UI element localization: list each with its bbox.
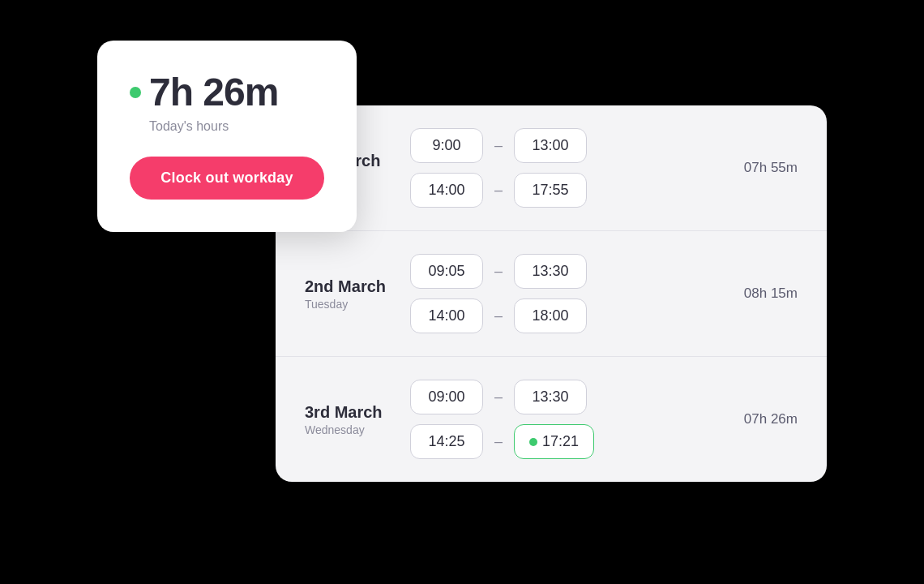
time-start-box[interactable]: 14:25 bbox=[410, 424, 483, 459]
time-slot-row: 09:05–13:30 bbox=[410, 254, 712, 289]
day-row: 1st MarchMonday9:00–13:0014:00–17:5507h … bbox=[276, 105, 827, 231]
day-info: 2nd MarchTuesday bbox=[305, 277, 410, 311]
time-start-box[interactable]: 9:00 bbox=[410, 128, 483, 163]
time-slot-row: 09:00–13:30 bbox=[410, 380, 712, 414]
time-end-box[interactable]: 13:30 bbox=[514, 254, 587, 289]
timesheet-panel: 1st MarchMonday9:00–13:0014:00–17:5507h … bbox=[276, 105, 827, 482]
time-slots: 09:00–13:3014:25–17:21 bbox=[410, 380, 712, 459]
clock-out-button[interactable]: Clock out workday bbox=[130, 157, 324, 200]
day-row: 2nd MarchTuesday09:05–13:3014:00–18:0008… bbox=[276, 231, 827, 357]
time-end-box[interactable]: 17:21 bbox=[514, 424, 594, 459]
time-slot-row: 14:25–17:21 bbox=[410, 424, 712, 459]
time-end-box[interactable]: 13:30 bbox=[514, 380, 587, 414]
time-dash: – bbox=[494, 263, 503, 280]
day-row: 3rd MarchWednesday09:00–13:3014:25–17:21… bbox=[276, 357, 827, 482]
time-start-box[interactable]: 14:00 bbox=[410, 298, 483, 333]
time-start-box[interactable]: 14:00 bbox=[410, 173, 483, 208]
day-info: 3rd MarchWednesday bbox=[305, 402, 410, 436]
day-weekday: Wednesday bbox=[305, 423, 410, 436]
time-end-box[interactable]: 17:55 bbox=[514, 173, 587, 208]
time-slot-row: 14:00–18:00 bbox=[410, 298, 712, 333]
day-date: 2nd March bbox=[305, 277, 410, 296]
clock-time-display: 7h 26m bbox=[149, 70, 278, 114]
time-dash: – bbox=[494, 307, 503, 324]
time-start-box[interactable]: 09:05 bbox=[410, 254, 483, 289]
active-indicator-dot bbox=[130, 87, 141, 98]
time-slots: 9:00–13:0014:00–17:55 bbox=[410, 128, 712, 208]
time-dash: – bbox=[494, 137, 503, 154]
time-slot-row: 9:00–13:00 bbox=[410, 128, 712, 163]
time-start-box[interactable]: 09:00 bbox=[410, 380, 483, 414]
active-time-dot bbox=[529, 438, 537, 446]
day-weekday: Tuesday bbox=[305, 298, 410, 311]
time-slot-row: 14:00–17:55 bbox=[410, 173, 712, 208]
time-dash: – bbox=[494, 389, 503, 406]
time-end-box[interactable]: 13:00 bbox=[514, 128, 587, 163]
clock-label: Today's hours bbox=[149, 119, 324, 134]
time-dash: – bbox=[494, 182, 503, 199]
time-end-box[interactable]: 18:00 bbox=[514, 298, 587, 333]
time-slots: 09:05–13:3014:00–18:00 bbox=[410, 254, 712, 333]
day-date: 3rd March bbox=[305, 402, 410, 422]
day-total: 08h 15m bbox=[725, 286, 798, 302]
day-total: 07h 26m bbox=[725, 411, 798, 427]
time-dash: – bbox=[494, 433, 503, 450]
clock-card: 7h 26m Today's hours Clock out workday bbox=[97, 41, 357, 232]
day-total: 07h 55m bbox=[725, 160, 798, 176]
